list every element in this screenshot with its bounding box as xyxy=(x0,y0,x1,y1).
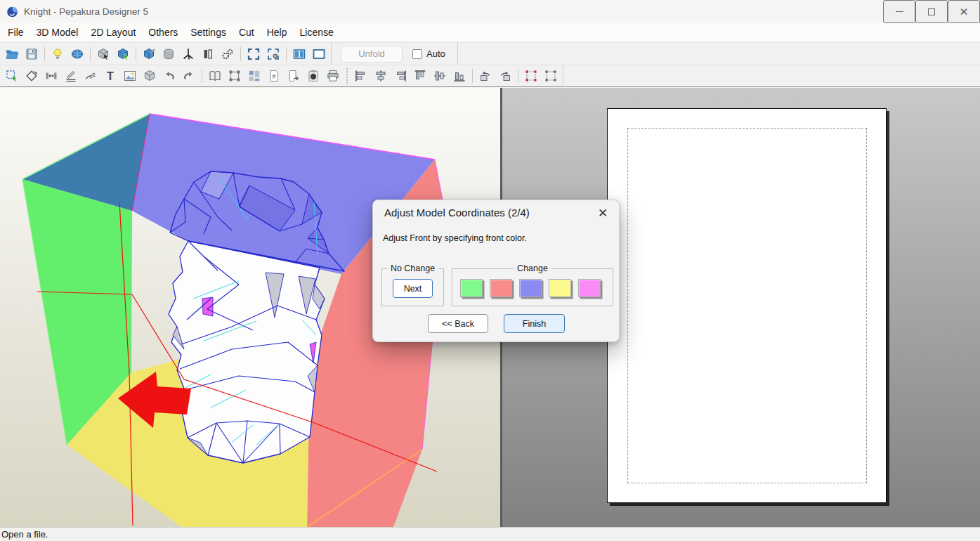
toolbar-button-auto-layout[interactable] xyxy=(245,67,263,85)
toolbar-button-page-numbering[interactable]: # xyxy=(265,67,283,85)
menu-item-others[interactable]: Others xyxy=(142,24,184,41)
menu-item-help[interactable]: Help xyxy=(261,24,294,41)
toolbar-button-print[interactable] xyxy=(324,67,342,85)
primitives-icon xyxy=(162,47,176,61)
show-3d-object-icon xyxy=(143,69,157,83)
toolbar-button-fit-view[interactable] xyxy=(244,45,263,63)
toolbar-button-primitives[interactable] xyxy=(159,45,178,63)
toolbar-button-edit-line[interactable] xyxy=(81,67,100,85)
menu-item-3d-model[interactable]: 3D Model xyxy=(30,24,85,41)
rotate-left-icon xyxy=(478,69,492,83)
menu-item-settings[interactable]: Settings xyxy=(184,24,233,41)
toolbar-button-clipboard[interactable] xyxy=(304,67,322,85)
rotate-right-icon xyxy=(498,69,512,83)
adjust-coordinates-dialog: Adjust Model Coordinates (2/4) ✕ Adjust … xyxy=(372,200,620,342)
maximize-button[interactable] xyxy=(915,0,948,23)
toolbar-button-align-center-h[interactable] xyxy=(372,67,390,85)
toolbar-button-ungroup-parts[interactable] xyxy=(542,67,560,85)
two-pane-view-icon xyxy=(292,47,306,61)
close-button[interactable]: ✕ xyxy=(948,0,980,23)
toolbar-button-single-pane-view[interactable] xyxy=(310,45,328,63)
toolbar-button-open-file[interactable] xyxy=(3,45,21,63)
next-button[interactable]: Next xyxy=(393,279,433,298)
toolbar-separator xyxy=(136,47,136,61)
tripod-axis-icon xyxy=(181,47,195,61)
status-text: Open a file. xyxy=(1,529,48,540)
minimize-icon xyxy=(896,11,903,12)
auto-checkbox-label[interactable]: Auto xyxy=(426,48,445,59)
measure-icon xyxy=(201,47,215,61)
align-center-h-icon xyxy=(374,69,388,83)
toolbar-button-select-all-parts[interactable] xyxy=(226,67,244,85)
select-part-icon xyxy=(5,69,19,83)
toolbar-button-measure[interactable] xyxy=(199,45,217,63)
group-parts-icon xyxy=(524,69,538,83)
finish-button[interactable]: Finish xyxy=(504,314,565,333)
toolbar-button-tripod-axis[interactable] xyxy=(179,45,197,63)
toolbar-button-export-page[interactable] xyxy=(285,67,303,85)
toolbar-button-align-left[interactable] xyxy=(352,67,370,85)
toolbar-button-open-book-view[interactable] xyxy=(206,67,224,85)
unfold-button[interactable]: Unfold xyxy=(341,46,403,63)
toolbar-button-rotate-left[interactable] xyxy=(476,67,495,85)
menu-item-license[interactable]: License xyxy=(294,24,340,41)
dialog-close-button[interactable]: ✕ xyxy=(594,204,612,221)
align-left-icon xyxy=(354,69,368,83)
toolbar-button-insert-text[interactable]: T xyxy=(101,67,119,85)
open-book-view-icon xyxy=(208,69,222,83)
minimize-button[interactable] xyxy=(883,0,915,23)
toolbar-button-align-top[interactable] xyxy=(411,67,429,85)
swatch-periwinkle[interactable] xyxy=(519,279,542,297)
swatch-green[interactable] xyxy=(460,279,483,297)
toolbar-button-redo[interactable] xyxy=(180,67,198,85)
menu-bar: File3D Model2D LayoutOthersSettingsCutHe… xyxy=(0,23,980,42)
toolbar-button-select-part[interactable] xyxy=(3,67,21,85)
color-swatch-row xyxy=(460,279,601,297)
sheet-page[interactable] xyxy=(607,108,887,503)
align-right-icon xyxy=(393,69,407,83)
maximize-icon xyxy=(928,8,935,15)
menu-item-cut[interactable]: Cut xyxy=(233,24,261,41)
toolbar-button-draw-line[interactable] xyxy=(62,67,80,85)
toolbar-button-two-pane-view[interactable] xyxy=(290,45,308,63)
svg-text:#: # xyxy=(272,73,275,80)
dialog-title: Adjust Model Coordinates (2/4) xyxy=(384,207,530,219)
app-logo-icon xyxy=(6,6,18,18)
toolbar-button-align-bottom[interactable] xyxy=(450,67,469,85)
toolbar-button-insert-image[interactable] xyxy=(121,67,139,85)
edit-model-icon xyxy=(142,47,156,61)
toolbar-button-align-center-v[interactable] xyxy=(431,67,449,85)
print-icon xyxy=(326,69,340,83)
toolbar-drag-handle[interactable] xyxy=(346,68,348,84)
swatch-salmon[interactable] xyxy=(490,279,512,297)
toolbar-button-settings-gears[interactable] xyxy=(218,45,237,63)
menu-item-2d-layout[interactable]: 2D Layout xyxy=(84,24,142,41)
svg-text:T: T xyxy=(107,70,114,82)
toolbar-button-toggle-light[interactable] xyxy=(48,45,67,63)
toolbar-button-select-object-gray[interactable] xyxy=(94,45,112,63)
toolbar-separator xyxy=(90,47,91,61)
toolbar-button-select-object-blue[interactable] xyxy=(114,45,132,63)
swatch-magenta[interactable] xyxy=(578,279,601,297)
back-button[interactable]: << Back xyxy=(428,314,488,333)
toolbar-button-show-3d-object[interactable] xyxy=(141,67,159,85)
toolbar-button-fit-view-options[interactable] xyxy=(264,45,282,63)
menu-item-file[interactable]: File xyxy=(1,24,30,41)
toolbar-button-edit-model[interactable] xyxy=(140,45,158,63)
toggle-light-icon xyxy=(51,47,65,61)
status-bar: Open a file. xyxy=(0,527,980,541)
swatch-yellow[interactable] xyxy=(549,279,571,297)
toolbar-button-rotate-part[interactable] xyxy=(22,67,41,85)
toolbar-button-save[interactable] xyxy=(22,45,41,63)
auto-checkbox[interactable] xyxy=(412,49,422,59)
toolbar-button-spacing[interactable] xyxy=(42,67,60,85)
edit-line-icon xyxy=(84,69,98,83)
toolbar-button-undo[interactable] xyxy=(160,67,178,85)
rotate-part-icon xyxy=(25,69,39,83)
toolbar-button-toggle-textures[interactable] xyxy=(68,45,86,63)
toolbar-button-group-parts[interactable] xyxy=(522,67,540,85)
toolbar-button-align-right[interactable] xyxy=(391,67,410,85)
toolbar-separator xyxy=(202,69,202,83)
align-center-v-icon xyxy=(433,69,447,83)
toolbar-button-rotate-right[interactable] xyxy=(496,67,514,85)
